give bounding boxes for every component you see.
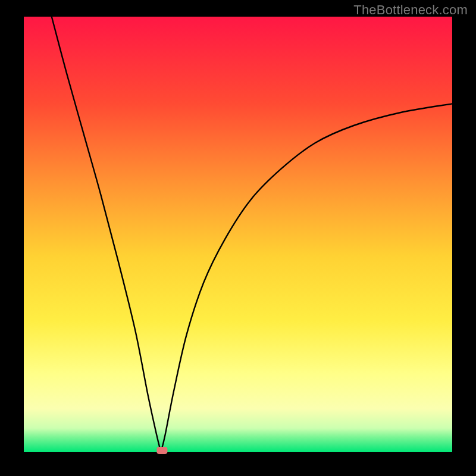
watermark-text: TheBottleneck.com — [353, 2, 468, 18]
minimum-marker — [156, 447, 167, 454]
plot-background — [24, 17, 452, 452]
chart-frame: TheBottleneck.com — [0, 0, 476, 476]
bottleneck-chart — [0, 0, 476, 476]
